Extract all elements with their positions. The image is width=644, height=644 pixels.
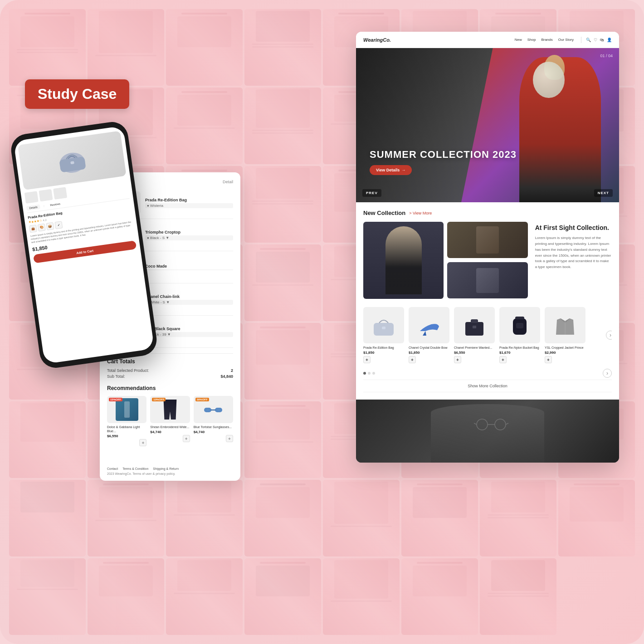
product-card-price-2: $1,850 — [409, 351, 449, 355]
cart-item-variant-1[interactable]: ● Wisteria — [145, 203, 233, 208]
bg-tile — [9, 558, 86, 635]
carousel-next-icon[interactable]: › — [606, 331, 612, 340]
bg-tile — [244, 166, 321, 243]
rec-badge-2: 10%OFF — [152, 398, 166, 401]
nav-link-shop[interactable]: Shop — [527, 38, 536, 42]
bg-tile — [323, 558, 400, 635]
carousel-dot-3[interactable] — [372, 372, 375, 375]
carousel-dot-1[interactable] — [363, 372, 366, 375]
product-card-add-4[interactable]: + — [499, 356, 507, 363]
footer-link-shipping[interactable]: Shipping & Return — [153, 467, 179, 470]
product-card-4: Prada Re-Nylon Bucket Bag $1,670 + — [499, 307, 540, 363]
product-card-5: YSL Cropped Jacket Prince $2,990 + — [545, 307, 585, 363]
svg-rect-2 — [70, 161, 74, 164]
hero-section: 01 / 04 SUMMER COLLECTION 2023 View Deta… — [356, 48, 619, 202]
product-card-name-2: Chanel Crystal Double Bow — [409, 346, 449, 350]
user-icon[interactable]: 👤 — [607, 38, 612, 42]
product-card-image-4 — [499, 307, 540, 343]
product-card-3: Chanel Premiere Wanted... $6,550 + — [454, 307, 495, 363]
carousel-end-icon[interactable]: › — [603, 369, 612, 378]
section-title: New Collection — [363, 210, 405, 216]
rec-item-2: 10%OFF Shean Embroidered Wide... $4,740 … — [150, 396, 190, 446]
cart-subtotal-row: Sub Total: $4,840 — [107, 374, 233, 379]
svg-point-9 — [206, 409, 209, 411]
cart-totals-title: Cart Totals — [107, 358, 233, 365]
bg-tile — [166, 9, 243, 86]
main-container: Study Case — [0, 0, 644, 644]
bag-icon[interactable]: 🛍 — [600, 38, 604, 42]
product-card-1: Prada Re-Edition Bag $1,850 + — [363, 307, 404, 363]
rec-add-button-2[interactable]: + — [183, 435, 190, 442]
nav-link-story[interactable]: Our Story — [558, 38, 574, 42]
bg-tile — [244, 558, 321, 635]
cart-item-variant-3[interactable] — [145, 269, 233, 270]
svg-rect-8 — [211, 410, 215, 410]
phone-tab-details[interactable]: Details — [26, 205, 40, 211]
bg-tile — [401, 480, 478, 556]
rec-price-1: $6,550 — [107, 434, 146, 438]
product-card-add-3[interactable]: + — [454, 356, 461, 363]
cart-item-info-3: Coco Made — [145, 264, 233, 270]
show-more-button[interactable]: Show More Collection — [363, 380, 612, 392]
product-card-add-1[interactable]: + — [363, 356, 371, 363]
carousel-dot-2[interactable] — [368, 372, 371, 375]
rec-add-button-1[interactable]: + — [139, 439, 146, 446]
bg-tile — [166, 480, 243, 556]
svg-rect-12 — [382, 327, 385, 329]
svg-rect-15 — [473, 326, 476, 328]
rec-price-2: $4,740 — [150, 430, 190, 434]
rec-add-button-3[interactable]: + — [226, 435, 233, 442]
bg-tile — [9, 9, 86, 86]
hero-navigation-buttons: PREV NEXT — [362, 189, 613, 197]
cart-item-name-2: Triomphe Croptop — [145, 230, 233, 234]
cart-footer: Contact Terms & Condition Shipping & Ret… — [107, 467, 233, 475]
study-case-badge: Study Case — [25, 79, 129, 109]
rec-name-2: Shean Embroidered Wide... — [150, 425, 190, 429]
bg-tile — [244, 88, 321, 164]
heart-icon[interactable]: ♡ — [594, 38, 597, 42]
hero-next-button[interactable]: NEXT — [594, 189, 613, 197]
nav-icon-group: 🔍 ♡ 🛍 👤 — [586, 38, 612, 42]
rec-badge-3: 30%OFF — [195, 398, 209, 401]
nav-link-brands[interactable]: Brands — [541, 38, 552, 42]
hero-title: SUMMER COLLECTION 2023 — [370, 149, 517, 161]
bg-tile — [558, 480, 635, 556]
nav-logo: WearingCo. — [363, 37, 391, 43]
nav-divider — [581, 37, 581, 43]
phone-tab-reviews[interactable]: Reviews — [47, 201, 63, 208]
bg-tile — [401, 558, 478, 635]
rec-badge-1: 15%OFF — [109, 398, 122, 401]
recommendations-title: Recommendations — [107, 385, 233, 391]
nav-link-new[interactable]: New — [515, 38, 522, 42]
search-icon[interactable]: 🔍 — [586, 38, 591, 42]
cart-item-info-2: Triomphe Croptop ● Black - S ▼ — [145, 230, 233, 240]
recommendations-list: 15%OFF Dolce & Gabbana Light Blue... $6,… — [107, 396, 233, 446]
cart-item-info-4: Chanel Chain-link ● White - S ▼ — [145, 294, 233, 305]
cart-item-variant-5[interactable]: ● Black - 39 ▼ — [145, 332, 233, 337]
product-card-image-2 — [409, 307, 449, 343]
hero-cta-button[interactable]: View Details → — [370, 165, 412, 175]
footer-link-contact[interactable]: Contact — [107, 467, 118, 470]
bg-tile — [88, 558, 164, 635]
collection-main-image — [363, 222, 444, 299]
footer-link-terms[interactable]: Terms & Condition — [122, 467, 148, 470]
hero-prev-button[interactable]: PREV — [362, 189, 381, 197]
product-card-add-2[interactable]: + — [409, 356, 416, 363]
product-card-add-5[interactable]: + — [545, 356, 552, 363]
product-card-image-5 — [545, 307, 585, 343]
product-card-price-3: $6,550 — [454, 351, 495, 355]
cart-item-variant-2[interactable]: ● Black - S ▼ — [145, 235, 233, 240]
rec-name-3: Blue Tortoise Sunglasses... — [194, 425, 233, 429]
bg-tile — [244, 323, 321, 400]
view-more-link[interactable]: > View More — [409, 211, 432, 215]
hero-slide-counter: 01 / 04 — [600, 54, 613, 58]
hero-cta-label: View Details — [376, 168, 400, 172]
product-card-image-1 — [363, 307, 404, 343]
product-card-price-1: $1,850 — [363, 351, 404, 355]
cart-total-selected-row: Total Selected Product: 2 — [107, 368, 233, 373]
cart-item-variant-4[interactable]: ● White - S ▼ — [145, 300, 233, 305]
cart-item-info-1: Prada Re-Edition Bag ● Wisteria — [145, 198, 233, 208]
svg-point-21 — [495, 419, 506, 430]
total-selected-value: 2 — [231, 368, 233, 373]
product-card-more[interactable]: › — [590, 307, 612, 363]
